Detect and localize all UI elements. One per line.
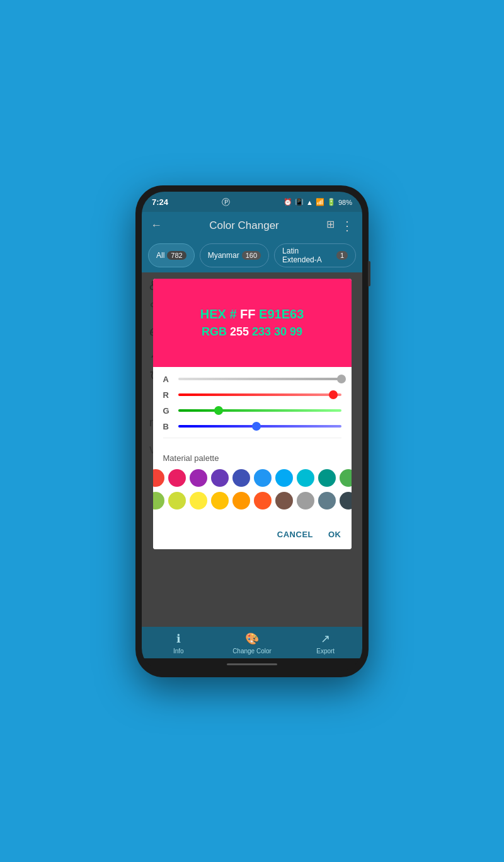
palette-yellow[interactable] (190, 492, 207, 510)
export-icon: ↗ (321, 632, 330, 646)
top-app-bar: ← Color Changer ⊞ ⋮ (142, 212, 362, 240)
hex-color-value: E91E63 (259, 307, 304, 321)
palette-blue-grey[interactable] (318, 492, 336, 510)
side-button (368, 261, 370, 286)
palette-grey[interactable] (297, 492, 314, 510)
palette-light-green[interactable] (153, 492, 165, 510)
alarm-icon: ⏰ (284, 198, 292, 206)
tab-myanmar-badge: 160 (242, 251, 261, 260)
divider (163, 438, 341, 438)
signal-icon: 📶 (316, 198, 324, 206)
hex-label: HEX (200, 307, 226, 321)
nav-info[interactable]: ℹ Info (142, 632, 215, 655)
palette-row-2 (163, 492, 341, 510)
tab-myanmar-label: Myanmar (208, 251, 239, 260)
palette-lime[interactable] (168, 492, 186, 510)
content-area: & ℅ ℃ 5 ℯ = ↗ M ↻ J U n m vwxyz{|} HEX (142, 272, 362, 627)
alpha-label: A (163, 375, 173, 384)
alpha-slider-row: A (163, 375, 341, 384)
battery-icon: 🔋 (327, 198, 336, 206)
palette-light-blue[interactable] (275, 469, 293, 487)
rgb-display: RGB 255 233 30 99 (202, 325, 302, 339)
rgb-b-value: 30 (274, 325, 287, 338)
blue-thumb[interactable] (252, 422, 261, 431)
red-thumb[interactable] (329, 390, 338, 399)
status-icons: ⏰ 📳 ▲ 📶 🔋 98% (284, 198, 352, 206)
bottom-nav: ℹ Info 🎨 Change Color ↗ Export (142, 627, 362, 658)
palette-orange[interactable] (232, 492, 250, 510)
info-icon: ℹ (176, 632, 181, 646)
palette-blue[interactable] (254, 469, 272, 487)
rgb-label: RGB (202, 325, 227, 338)
tab-all-badge: 782 (167, 251, 186, 260)
palette-brown[interactable] (275, 492, 293, 510)
palette-purple[interactable] (190, 469, 207, 487)
wifi-icon: ▲ (306, 199, 313, 206)
nav-export[interactable]: ↗ Export (289, 632, 362, 655)
nav-change-color[interactable]: 🎨 Change Color (215, 632, 289, 655)
alpha-track[interactable] (178, 378, 341, 380)
grid-icon[interactable]: ⊞ (326, 218, 335, 233)
tab-latin-badge: 1 (336, 251, 348, 260)
palette-title: Material palette (163, 453, 341, 463)
red-label: R (163, 390, 173, 400)
vibrate-icon: 📳 (295, 198, 304, 206)
hex-display: HEX # FF E91E63 (200, 307, 304, 322)
blue-track[interactable] (178, 425, 341, 428)
palette-deep-orange[interactable] (254, 492, 272, 510)
hex-hash: # (229, 307, 236, 321)
tab-latin-label: Latin Extended-A (282, 247, 334, 264)
palette-dark-grey[interactable] (340, 492, 352, 510)
phone-screen: 7:24 Ⓟ ⏰ 📳 ▲ 📶 🔋 98% ← Color Changer ⊞ ⋮ (142, 192, 362, 671)
home-bar (227, 663, 277, 665)
palette-green[interactable] (340, 469, 352, 487)
palette-amber[interactable] (211, 492, 229, 510)
battery-level: 98% (338, 199, 352, 206)
red-slider-row: R (163, 390, 341, 400)
palette-row-1 (163, 469, 341, 487)
nav-change-color-label: Change Color (232, 648, 272, 655)
green-track[interactable] (178, 409, 341, 412)
palette-pink[interactable] (168, 469, 186, 487)
app-title: Color Changer (169, 219, 319, 232)
red-track[interactable] (178, 393, 341, 396)
rgb-a-value: 99 (290, 325, 302, 338)
palette-cyan[interactable] (297, 469, 314, 487)
top-bar-icons: ⊞ ⋮ (326, 218, 353, 233)
status-time: 7:24 (152, 197, 168, 207)
tab-all-label: All (156, 251, 164, 260)
blue-slider-row: B (163, 422, 341, 431)
palette-teal[interactable] (318, 469, 336, 487)
ok-button[interactable]: OK (328, 527, 341, 542)
nav-info-label: Info (173, 648, 184, 655)
phone-frame: 7:24 Ⓟ ⏰ 📳 ▲ 📶 🔋 98% ← Color Changer ⊞ ⋮ (135, 185, 369, 677)
color-preview-area: HEX # FF E91E63 RGB 255 (153, 279, 352, 367)
tab-bar: All 782 Myanmar 160 Latin Extended-A 1 (142, 240, 362, 272)
status-p-icon: Ⓟ (222, 197, 230, 208)
more-icon[interactable]: ⋮ (341, 218, 353, 233)
cancel-button[interactable]: CANCEL (277, 527, 313, 542)
palette-icon: 🎨 (245, 632, 259, 646)
green-slider-row: G (163, 406, 341, 416)
blue-label: B (163, 422, 173, 431)
alpha-thumb[interactable] (337, 375, 346, 383)
tab-myanmar[interactable]: Myanmar 160 (200, 243, 269, 267)
rgb-r-value: 255 (230, 325, 249, 338)
home-indicator (142, 658, 362, 671)
tab-all[interactable]: All 782 (148, 243, 195, 267)
tab-latin[interactable]: Latin Extended-A 1 (274, 243, 356, 267)
palette-deep-purple[interactable] (211, 469, 229, 487)
palette-red[interactable] (153, 469, 165, 487)
rgb-g-value: 233 (252, 325, 271, 338)
palette-section: Material palette (153, 448, 352, 522)
nav-export-label: Export (316, 648, 335, 655)
color-picker-dialog: HEX # FF E91E63 RGB 255 (153, 279, 352, 549)
green-thumb[interactable] (214, 406, 223, 415)
sliders-section: A R (153, 367, 352, 448)
green-label: G (163, 406, 173, 416)
status-bar: 7:24 Ⓟ ⏰ 📳 ▲ 📶 🔋 98% (142, 192, 362, 212)
palette-indigo[interactable] (232, 469, 250, 487)
dialog-buttons: CANCEL OK (153, 522, 352, 549)
back-button[interactable]: ← (151, 219, 162, 232)
dialog-overlay: HEX # FF E91E63 RGB 255 (142, 272, 362, 627)
